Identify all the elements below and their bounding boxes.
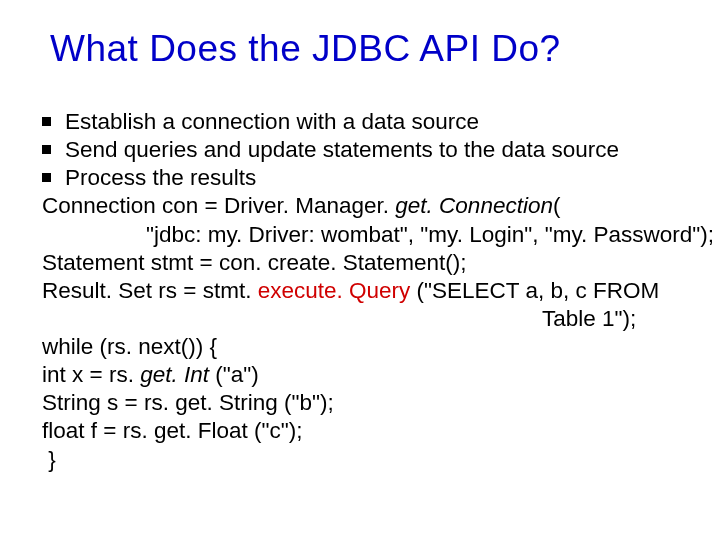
- bullet-item: Establish a connection with a data sourc…: [42, 108, 710, 136]
- slide-title: What Does the JDBC API Do?: [50, 28, 710, 70]
- code-highlight: execute. Query: [258, 278, 417, 303]
- code-line: float f = rs. get. Float ("c");: [42, 417, 710, 445]
- code-text: ("a"): [215, 362, 258, 387]
- code-text: int x = rs.: [42, 362, 140, 387]
- bullet-text: Process the results: [65, 164, 710, 192]
- code-italic: get. Int: [140, 362, 215, 387]
- code-line: Result. Set rs = stmt. execute. Query ("…: [42, 277, 710, 305]
- bullet-square-icon: [42, 173, 51, 182]
- bullet-square-icon: [42, 117, 51, 126]
- code-text: Connection con = Driver. Manager.: [42, 193, 395, 218]
- code-line: while (rs. next()) {: [42, 333, 710, 361]
- code-line: Table 1");: [42, 305, 710, 333]
- code-italic: get. Connection: [395, 193, 553, 218]
- code-line: Connection con = Driver. Manager. get. C…: [42, 192, 710, 220]
- code-line: "jdbc: my. Driver: wombat", "my. Login",…: [42, 221, 710, 249]
- slide-content: Establish a connection with a data sourc…: [42, 108, 710, 474]
- bullet-square-icon: [42, 145, 51, 154]
- code-text: (: [553, 193, 561, 218]
- code-text: Result. Set rs = stmt.: [42, 278, 258, 303]
- code-line: Statement stmt = con. create. Statement(…: [42, 249, 710, 277]
- code-text: ("SELECT a, b, c FROM: [417, 278, 660, 303]
- bullet-text: Send queries and update statements to th…: [65, 136, 710, 164]
- slide: What Does the JDBC API Do? Establish a c…: [0, 0, 720, 540]
- code-line: }: [42, 446, 710, 474]
- code-line: int x = rs. get. Int ("a"): [42, 361, 710, 389]
- bullet-item: Send queries and update statements to th…: [42, 136, 710, 164]
- bullet-text: Establish a connection with a data sourc…: [65, 108, 710, 136]
- code-line: String s = rs. get. String ("b");: [42, 389, 710, 417]
- bullet-item: Process the results: [42, 164, 710, 192]
